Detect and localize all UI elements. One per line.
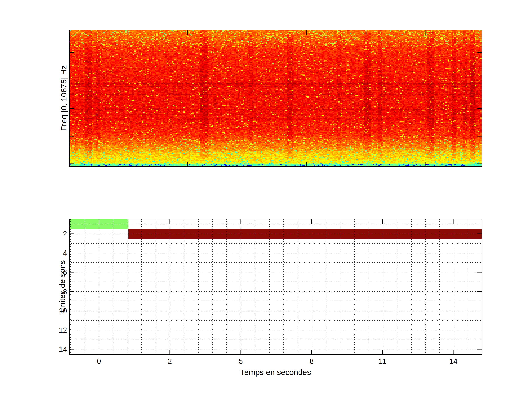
- spectrogram-y-axis-label: Freq [0, 10875] Hz: [59, 65, 68, 131]
- timeline-y-tick: [70, 234, 74, 234]
- timeline-grid-line-horizontal: [70, 349, 481, 349]
- timeline-y-tick: [70, 330, 74, 330]
- spectrogram-y-tick: [70, 52, 74, 53]
- timeline-x-axis-label: Temps en secondes: [240, 367, 311, 377]
- timeline-y-tick-label: 14: [39, 345, 67, 354]
- timeline-grid-line-horizontal: [70, 224, 481, 224]
- spectrogram-x-tick: [306, 31, 307, 35]
- timeline-grid-line-vertical: [397, 219, 397, 354]
- timeline-y-tick-label: 2: [39, 229, 67, 238]
- timeline-x-tick: [99, 350, 99, 354]
- timeline-grid-line-vertical: [326, 219, 326, 354]
- timeline-grid-line-horizontal: [70, 282, 481, 282]
- spectrogram-y-tick: [477, 164, 481, 164]
- timeline-grid-line-vertical: [411, 219, 412, 354]
- timeline-grid-line-horizontal: [70, 262, 481, 263]
- timeline-x-tick-label: 14: [438, 357, 468, 366]
- timeline-y-tick: [477, 349, 481, 349]
- matlab-figure: Freq [0, 10875] Hz 02581114 2468101214 U…: [0, 0, 532, 399]
- timeline-grid-line-vertical: [312, 219, 312, 354]
- spectrogram-y-tick: [477, 81, 481, 81]
- spectrogram-y-tick: [70, 136, 74, 137]
- timeline-grid-line-horizontal: [70, 311, 481, 311]
- timeline-x-tick: [382, 350, 383, 354]
- timeline-grid-line-vertical: [468, 219, 468, 354]
- timeline-grid-line-horizontal: [70, 253, 481, 253]
- spectrogram-plot-area: [69, 30, 482, 167]
- timeline-x-tick: [170, 219, 170, 224]
- timeline-x-tick: [99, 219, 99, 224]
- spectrogram-x-tick: [247, 162, 247, 166]
- timeline-grid-line-vertical: [212, 219, 213, 354]
- spectrogram-y-tick: [70, 164, 74, 164]
- timeline-grid-line-vertical: [198, 219, 199, 354]
- timeline-x-tick-label: 8: [297, 357, 326, 366]
- timeline-grid-line-vertical: [340, 219, 341, 354]
- timeline-y-tick: [70, 291, 74, 292]
- timeline-grid-line-vertical: [255, 219, 255, 354]
- timeline-y-tick: [477, 330, 481, 330]
- timeline-y-tick: [477, 253, 481, 253]
- timeline-grid-line-vertical: [241, 219, 241, 354]
- spectrogram-y-tick: [477, 108, 481, 109]
- spectrogram-x-tick: [247, 31, 247, 35]
- spectrogram-image: [70, 31, 481, 166]
- spectrogram-x-tick: [366, 162, 367, 166]
- timeline-x-tick-label: 2: [155, 357, 184, 366]
- spectrogram-x-tick: [425, 31, 426, 35]
- timeline-y-tick: [70, 272, 74, 273]
- spectrogram-y-tick: [70, 81, 74, 81]
- timeline-grid-line-vertical: [354, 219, 355, 354]
- timeline-x-tick: [382, 219, 383, 224]
- spectrogram-y-tick: [70, 108, 74, 109]
- timeline-x-tick-label: 11: [368, 357, 397, 366]
- spectrogram-x-tick: [187, 162, 188, 166]
- timeline-y-tick: [477, 234, 481, 234]
- timeline-plot-area: [69, 219, 482, 355]
- timeline-grid-line-horizontal: [70, 301, 481, 301]
- timeline-x-tick: [453, 350, 454, 354]
- timeline-grid-line-horizontal: [70, 234, 481, 234]
- timeline-y-tick-label: 12: [39, 326, 67, 335]
- timeline-y-axis-label: Unites de sons: [58, 260, 67, 313]
- timeline-grid-line-vertical: [141, 219, 142, 354]
- timeline-grid-line-horizontal: [70, 291, 481, 292]
- timeline-grid-line-vertical: [298, 219, 298, 354]
- timeline-grid-line-vertical: [439, 219, 440, 354]
- timeline-y-tick-label: 4: [39, 249, 67, 258]
- timeline-x-tick: [311, 219, 312, 224]
- spectrogram-x-tick: [366, 31, 367, 35]
- timeline-grid-line-vertical: [269, 219, 270, 354]
- timeline-y-tick: [70, 349, 74, 349]
- timeline-grid-line-vertical: [383, 219, 383, 354]
- timeline-grid-line-horizontal: [70, 330, 481, 330]
- timeline-x-tick: [170, 350, 170, 354]
- timeline-grid-line-vertical: [227, 219, 227, 354]
- timeline-y-tick: [477, 291, 481, 292]
- timeline-grid-line-horizontal: [70, 320, 481, 321]
- timeline-grid-line-vertical: [99, 219, 99, 354]
- timeline-y-tick: [477, 272, 481, 273]
- spectrogram-x-tick: [425, 162, 426, 166]
- timeline-grid-line-vertical: [184, 219, 184, 354]
- timeline-x-tick-label: 5: [226, 357, 255, 366]
- timeline-grid-line-vertical: [170, 219, 170, 354]
- timeline-grid-line-vertical: [70, 219, 71, 354]
- timeline-y-tick: [70, 310, 74, 311]
- spectrogram-x-tick: [187, 31, 188, 35]
- spectrogram-x-tick: [128, 31, 128, 35]
- timeline-grid-line-horizontal: [70, 243, 481, 244]
- timeline-x-tick: [311, 350, 312, 354]
- timeline-grid-line-vertical: [85, 219, 85, 354]
- timeline-grid-line-horizontal: [70, 340, 481, 340]
- timeline-grid-line-vertical: [283, 219, 284, 354]
- timeline-y-tick: [477, 310, 481, 311]
- spectrogram-y-tick: [477, 136, 481, 137]
- timeline-grid-line-horizontal: [70, 272, 481, 272]
- spectrogram-x-tick: [128, 162, 128, 166]
- timeline-x-tick: [241, 219, 241, 224]
- spectrogram-x-tick: [306, 162, 307, 166]
- timeline-grid-line-vertical: [113, 219, 114, 354]
- timeline-grid-line-vertical: [425, 219, 426, 354]
- spectrogram-y-tick: [477, 52, 481, 53]
